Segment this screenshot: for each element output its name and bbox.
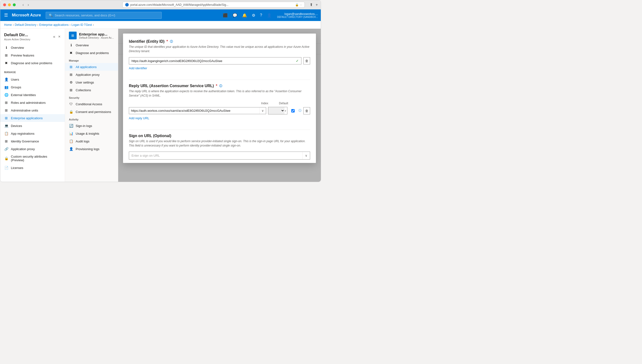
maximize-button[interactable]	[13, 4, 16, 6]
middle-item-all-apps[interactable]: ⊞ All applications	[65, 63, 118, 71]
middle-item-audit-logs[interactable]: 📋 Audit logs	[65, 137, 118, 145]
sidebar-item-external-identities[interactable]: 🌐 External Identities	[0, 91, 65, 99]
index-select[interactable]	[268, 107, 285, 114]
reply-url-row: https://auth.workos.com/sso/saml/acs/odE…	[129, 107, 310, 114]
middle-item-overview[interactable]: ℹ Overview	[65, 41, 118, 49]
address-bar[interactable]: 🔵 portal.azure.com/#blade/Microsoft_AAD_…	[122, 2, 305, 8]
search-bar[interactable]: 🔍	[46, 12, 162, 19]
sidebar-title: Default Dir...	[4, 32, 30, 38]
reply-url-delete-button[interactable]: 🗑	[303, 107, 310, 114]
collapse-sidebar-button[interactable]: «	[53, 34, 56, 39]
sidebar-item-application-proxy[interactable]: 🔗 Application proxy	[0, 145, 65, 153]
sidebar-item-groups[interactable]: 👥 Groups	[0, 83, 65, 91]
sidebar-item-preview[interactable]: ⊞ Preview features	[0, 52, 65, 59]
user-info[interactable]: logan@sandboxworkos.... DEFAULT DIRECTOR…	[277, 12, 318, 18]
sidebar-item-enterprise-apps[interactable]: ⊞ Enterprise applications	[0, 114, 65, 122]
help-icon[interactable]: ?	[259, 12, 264, 19]
sidebar-item-label: Enterprise applications	[11, 116, 43, 120]
minimize-button[interactable]	[8, 4, 11, 6]
default-checkbox[interactable]	[291, 109, 295, 112]
settings-icon[interactable]: ⚙	[251, 12, 257, 19]
sidebar-item-identity-governance[interactable]: ⊞ Identity Governance	[0, 137, 65, 145]
signin-logs-icon: 🔄	[69, 124, 73, 128]
middle-item-label: Diagnose and problems	[76, 51, 109, 55]
close-sidebar-button[interactable]: ×	[58, 34, 61, 39]
middle-item-label: Usage & insights	[76, 132, 99, 136]
breadcrumb-home[interactable]: Home	[4, 23, 12, 26]
sign-on-url-title: Sign on URL (Optional)	[129, 134, 310, 138]
share-icon[interactable]: ⬆	[310, 2, 313, 7]
reply-url-chevron[interactable]: ∨	[259, 108, 266, 114]
sidebar-item-app-registrations[interactable]: 📋 App registrations	[0, 130, 65, 137]
user-name: logan@sandboxworkos....	[285, 12, 318, 16]
sign-on-url-input[interactable]	[129, 152, 302, 159]
app-proxy-icon: ⊞	[69, 73, 73, 76]
search-input[interactable]	[55, 14, 159, 17]
notifications-icon[interactable]: 🔔	[241, 12, 249, 19]
middle-item-app-proxy[interactable]: ⊞ Application proxy	[65, 71, 118, 78]
middle-item-label: User settings	[76, 80, 94, 84]
middle-item-collections[interactable]: ⊞ Collections	[65, 86, 118, 94]
middle-security-label: Security	[65, 94, 118, 100]
middle-item-consent[interactable]: 🔒 Consent and permissions	[65, 108, 118, 116]
back-button[interactable]: ‹	[22, 2, 25, 8]
hamburger-menu[interactable]: ☰	[3, 12, 9, 19]
content-area: Basic SAML Configuration × 💾 Save | 👤 Go…	[118, 29, 321, 182]
reply-url-description: The reply URL is where the application e…	[129, 89, 310, 98]
middle-item-user-settings[interactable]: ⚙ User settings	[65, 78, 118, 86]
azure-topnav: ☰ Microsoft Azure 🔍 ⬛ 💬 🔔 ⚙ ? 👤 logan@sa…	[0, 10, 321, 21]
cloud-shell-icon[interactable]: ⬛	[222, 12, 229, 19]
middle-security-nav: 🛡 Conditional Access 🔒 Consent and permi…	[65, 100, 118, 116]
sidebar-item-label: Licenses	[11, 166, 23, 170]
close-button[interactable]	[3, 4, 6, 6]
sidebar-item-custom-security[interactable]: 🔒 Custom security attributes (Preview)	[0, 153, 65, 164]
sidebar-item-label: Custom security attributes (Preview)	[11, 155, 61, 162]
sidebar-item-overview[interactable]: ℹ Overview	[0, 44, 65, 52]
sidebar-item-devices[interactable]: 💻 Devices	[0, 122, 65, 130]
sidebar-item-diagnose[interactable]: ✖ Diagnose and solve problems	[0, 59, 65, 67]
middle-item-provisioning-logs[interactable]: 👤 Provisioning logs	[65, 145, 118, 153]
sidebar-item-licenses[interactable]: 📄 Licenses	[0, 164, 65, 172]
reply-url-section: Reply URL (Assertion Consumer Service UR…	[129, 84, 310, 125]
middle-item-signin-logs[interactable]: 🔄 Sign-in logs	[65, 122, 118, 130]
sidebar-header: Default Dir... Azure Active Directory « …	[0, 29, 65, 43]
feedback-icon[interactable]: 💬	[231, 12, 239, 19]
forward-button[interactable]: ›	[27, 2, 30, 8]
url-text: portal.azure.com/#blade/Microsoft_AAD_IA…	[130, 3, 229, 6]
sidebar-item-label: Roles and administrators	[11, 101, 46, 104]
middle-overview-nav: ℹ Overview ✖ Diagnose and problems	[65, 41, 118, 57]
app-registrations-icon: 📋	[4, 132, 9, 136]
custom-security-icon: 🔒	[4, 156, 9, 160]
identifier-delete-button[interactable]: 🗑	[303, 57, 310, 64]
middle-item-diagnose[interactable]: ✖ Diagnose and problems	[65, 49, 118, 57]
middle-item-usage[interactable]: 📊 Usage & insights	[65, 130, 118, 137]
diagnose-icon: ✖	[69, 51, 73, 55]
identifier-tooltip-icon[interactable]: ⓘ	[170, 40, 173, 44]
middle-manage-label: Manage	[65, 57, 118, 63]
user-icon[interactable]: 👤	[265, 12, 273, 19]
sidebar-item-label: External Identities	[11, 93, 36, 97]
identifier-input[interactable]	[131, 59, 295, 63]
breadcrumb-enterprise-apps[interactable]: Enterprise applications	[39, 23, 68, 26]
sign-on-url-chevron[interactable]: ∨	[302, 152, 310, 159]
middle-item-label: Provisioning logs	[76, 147, 99, 151]
nav-icons: ⬛ 💬 🔔 ⚙ ? 👤	[222, 12, 273, 19]
user-tenant: DEFAULT DIRECTORY (SANDBOX...	[277, 16, 318, 18]
add-identifier-link[interactable]: Add identifier	[129, 66, 147, 70]
sidebar-item-admin-units[interactable]: ⊞ Administrative units	[0, 106, 65, 114]
reply-url-tooltip-icon[interactable]: ⓘ	[219, 84, 222, 88]
collections-icon: ⊞	[69, 88, 73, 92]
sidebar-item-users[interactable]: 👤 Users	[0, 76, 65, 83]
breadcrumb-app[interactable]: Logan ID TGest	[72, 23, 92, 26]
sidebar-item-label: App registrations	[11, 132, 35, 136]
modal-overlay: Identifier (Entity ID) * ⓘ The unique ID…	[118, 29, 321, 182]
new-tab-icon[interactable]: +	[316, 3, 318, 7]
application-proxy-icon: 🔗	[4, 147, 9, 151]
sidebar-item-roles[interactable]: ⊞ Roles and administrators	[0, 99, 65, 106]
add-reply-url-link[interactable]: Add reply URL	[129, 116, 149, 120]
breadcrumb-default-directory[interactable]: Default Directory	[15, 23, 36, 26]
middle-item-conditional-access[interactable]: 🛡 Conditional Access	[65, 100, 118, 108]
reply-url-row-tooltip[interactable]: ⓘ	[299, 108, 301, 113]
saml-panel: Basic SAML Configuration × 💾 Save | 👤 Go…	[118, 29, 321, 182]
breadcrumb: Home › Default Directory › Enterprise ap…	[0, 21, 321, 29]
